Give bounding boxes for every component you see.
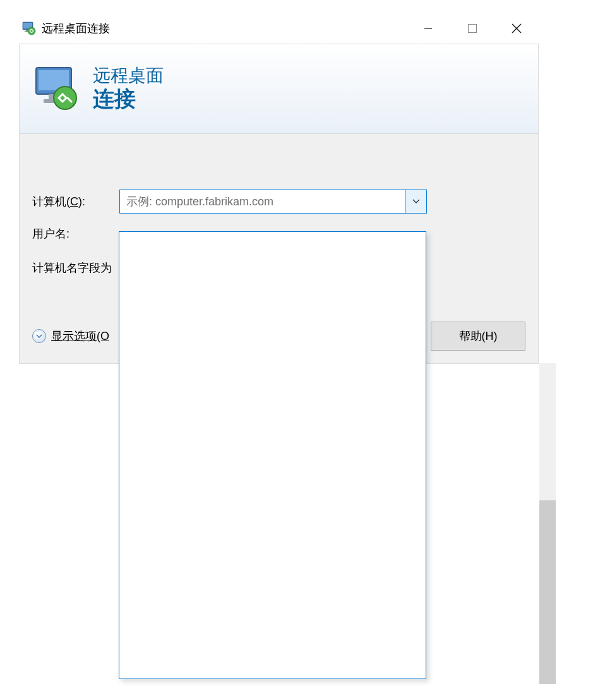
expand-icon — [32, 329, 46, 343]
window-title: 远程桌面连接 — [42, 21, 110, 36]
close-icon — [511, 23, 522, 34]
computer-combobox — [119, 190, 427, 214]
window-controls — [406, 13, 539, 44]
footer-buttons: 帮助(H) — [431, 322, 525, 351]
hint-text: 计算机名字段为 — [32, 260, 112, 275]
username-row: 用户名: — [32, 226, 119, 241]
rdp-header-icon — [32, 64, 83, 114]
computer-row: 计算机(C): — [32, 190, 427, 214]
header-line1: 远程桌面 — [93, 66, 164, 86]
computer-label: 计算机(C): — [32, 194, 119, 209]
computer-input[interactable] — [120, 190, 405, 213]
scrollbar-thumb[interactable] — [539, 500, 556, 684]
username-label: 用户名: — [32, 226, 119, 241]
maximize-button[interactable] — [450, 13, 494, 44]
computer-dropdown-list[interactable] — [119, 231, 426, 679]
maximize-icon — [468, 24, 477, 33]
svg-point-4 — [28, 27, 35, 35]
help-button[interactable]: 帮助(H) — [431, 322, 525, 351]
chevron-down-icon — [412, 199, 420, 204]
close-button[interactable] — [494, 13, 539, 44]
header-banner: 远程桌面 连接 — [19, 44, 539, 134]
show-options-toggle[interactable]: 显示选项(O — [32, 329, 109, 344]
app-icon — [21, 21, 37, 36]
header-line2: 连接 — [93, 86, 164, 112]
titlebar: 远程桌面连接 — [19, 13, 539, 44]
header-text: 远程桌面 连接 — [93, 66, 164, 112]
minimize-button[interactable] — [406, 13, 450, 44]
minimize-icon — [424, 24, 433, 33]
computer-dropdown-button[interactable] — [405, 190, 426, 213]
show-options-label: 显示选项(O — [51, 329, 109, 344]
